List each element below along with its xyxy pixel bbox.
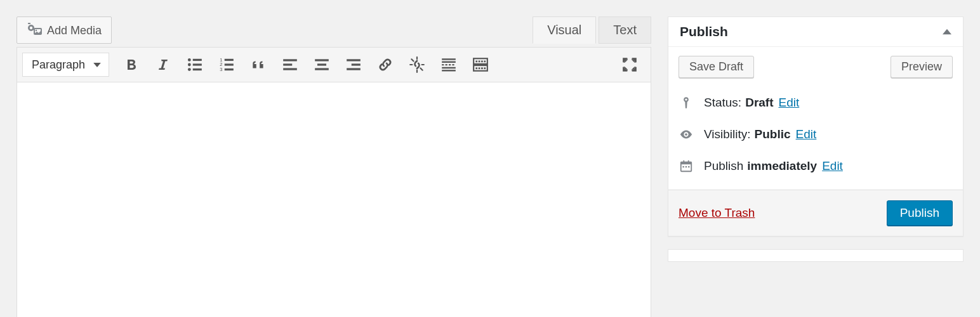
next-postbox [668,249,963,262]
svg-rect-48 [683,166,684,167]
svg-point-4 [36,30,37,31]
publish-box: Publish Save Draft Preview Status: Draft… [668,16,963,236]
svg-rect-17 [283,59,297,61]
svg-rect-49 [685,166,687,167]
svg-rect-36 [479,61,480,63]
svg-rect-22 [315,68,329,70]
svg-rect-30 [449,64,451,65]
collapse-toggle-icon[interactable] [943,27,951,36]
toolbar-toggle-button[interactable] [466,53,495,76]
tab-visual[interactable]: Visual [533,16,596,44]
align-right-button[interactable] [339,53,368,76]
svg-rect-24 [352,63,361,65]
edit-status-link[interactable]: Edit [779,96,800,110]
svg-rect-10 [193,68,202,70]
add-media-label: Add Media [47,25,102,36]
editor-tabs: Visual Text [530,16,651,44]
svg-rect-33 [442,70,456,71]
status-value: Draft [745,96,773,110]
svg-rect-23 [347,59,361,61]
svg-rect-21 [317,63,326,65]
eye-icon [679,127,694,142]
align-left-button[interactable] [275,53,305,76]
schedule-value: immediately [747,159,817,173]
svg-point-1 [30,27,32,29]
status-row: Status: Draft Edit [679,87,953,119]
pin-icon [679,95,694,110]
calendar-icon [679,158,694,174]
editor-toolbar: Paragraph 123 [17,47,651,82]
svg-rect-14 [225,63,234,65]
visibility-row: Visibility: Public Edit [679,119,953,150]
blockquote-button[interactable] [244,53,273,76]
edit-schedule-link[interactable]: Edit [822,159,843,173]
svg-rect-6 [193,59,202,61]
svg-rect-8 [193,63,202,65]
visibility-label: Visibility: [704,127,751,141]
svg-rect-12 [225,59,234,61]
visibility-value: Public [755,127,791,141]
editor-content-area[interactable] [17,82,651,317]
italic-button[interactable] [149,53,178,76]
svg-rect-42 [481,67,483,69]
svg-rect-41 [479,67,480,69]
svg-rect-26 [442,58,456,60]
status-label: Status: [704,96,741,110]
svg-rect-29 [446,64,447,65]
link-button[interactable] [371,53,400,76]
publish-button[interactable]: Publish [887,200,953,226]
svg-rect-19 [283,68,297,70]
numbered-list-button[interactable]: 123 [212,53,241,76]
svg-rect-40 [475,67,477,69]
align-center-button[interactable] [307,53,336,76]
svg-rect-47 [688,160,689,164]
svg-rect-20 [315,59,329,61]
svg-rect-35 [475,61,477,63]
tab-text[interactable]: Text [599,16,651,44]
svg-point-7 [188,63,191,67]
preview-button[interactable]: Preview [891,56,953,78]
read-more-button[interactable] [434,53,463,76]
fullscreen-button[interactable] [615,53,644,76]
svg-rect-45 [681,162,692,165]
schedule-label: Publish [704,159,743,173]
svg-rect-27 [442,61,456,63]
svg-rect-46 [683,160,684,164]
svg-rect-16 [225,68,234,70]
svg-rect-28 [442,64,444,65]
editor-column: Add Media Visual Text Paragraph [17,16,651,317]
svg-rect-50 [688,166,689,167]
bold-button[interactable] [117,53,146,76]
svg-rect-31 [452,64,454,65]
save-draft-button[interactable]: Save Draft [679,56,754,78]
svg-point-9 [188,68,191,71]
svg-rect-2 [28,23,30,24]
add-media-button[interactable]: Add Media [17,16,112,44]
schedule-row: Publish immediately Edit [679,150,953,182]
svg-rect-38 [484,61,486,63]
edit-visibility-link[interactable]: Edit [796,127,817,141]
sidebar-column: Publish Save Draft Preview Status: Draft… [668,16,963,317]
svg-rect-32 [442,67,456,68]
svg-rect-25 [347,68,361,70]
svg-rect-43 [484,67,486,69]
bullet-list-button[interactable] [180,53,209,76]
svg-rect-37 [481,61,483,63]
svg-rect-18 [283,63,292,65]
publish-box-title: Publish [680,24,728,39]
unlink-button[interactable] [402,53,432,76]
format-select[interactable]: Paragraph [22,53,109,77]
svg-point-5 [188,58,191,61]
move-to-trash-link[interactable]: Move to Trash [679,206,755,220]
svg-text:3: 3 [220,67,222,72]
camera-icon [27,23,42,37]
